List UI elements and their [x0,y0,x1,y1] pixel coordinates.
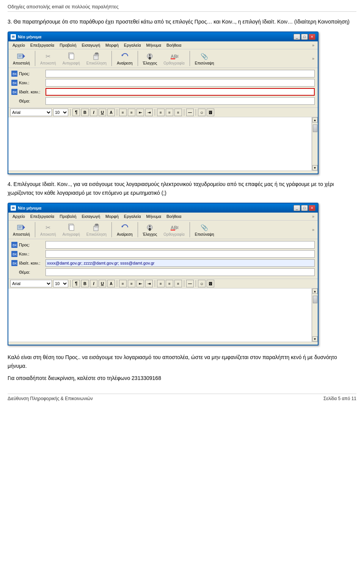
scroll-thumb-2[interactable] [313,296,317,303]
restore-button-1[interactable]: □ [301,34,308,40]
toolbar-undo-2[interactable]: Αναίρεση [114,222,135,238]
menu-tools-1[interactable]: Εργαλεία [122,42,143,48]
toolbar-attach-2[interactable]: 📎 Επισύναψη [192,222,217,238]
format-italic-2[interactable]: I [90,280,97,287]
toolbar-undo-1[interactable]: Αναίρεση [114,50,135,66]
format-ul-1[interactable]: ≡ [119,109,127,116]
bcc-field-icon-1[interactable]: BK [11,89,17,95]
format-bold-1[interactable]: B [81,109,89,116]
format-indent-out-2[interactable]: ⇤ [136,280,144,287]
format-align-left-2[interactable]: ≡ [157,280,165,287]
subject-input-1[interactable] [46,97,315,105]
toolbar-copy-1[interactable]: Αντιγραφή [60,50,83,66]
menu-format-1[interactable]: Μορφή [103,42,121,48]
menu-view-1[interactable]: Προβολή [57,42,78,48]
minimize-button-2[interactable]: _ [293,205,300,211]
toolbar-paste-2[interactable]: Επικόλληση [84,222,109,238]
cc-field-icon-1[interactable]: BK [11,80,17,86]
font-select-2[interactable]: Arial [10,280,52,287]
format-ul-2[interactable]: ≡ [119,280,127,287]
format-paragraph-2[interactable]: ¶ [72,280,80,287]
toolbar-send-1[interactable]: Αποστολή [10,50,33,66]
format-bold-2[interactable]: B [81,280,89,287]
menu-message-1[interactable]: Μήνυμα [144,42,164,48]
menu-tools-2[interactable]: Εργαλεία [122,213,143,219]
menu-more-1[interactable]: » [311,42,316,48]
menu-help-2[interactable]: Βοήθεια [164,213,184,219]
scrollbar-2[interactable]: ▲ ▼ [312,288,318,342]
size-select-1[interactable]: 10 [53,109,68,116]
toolbar-cut-1[interactable]: ✂ Αποκοπή [38,50,59,66]
toolbar-copy-2[interactable]: Αντιγραφή [60,222,83,238]
to-input-2[interactable] [46,241,315,249]
toolbar-cut-2[interactable]: ✂ Αποκοπή [38,222,59,238]
format-align-center-1[interactable]: ≡ [166,109,173,116]
toolbar-check-2[interactable]: Έλεγχος [140,222,160,238]
format-indent-out-1[interactable]: ⇤ [136,109,144,116]
format-image-1[interactable]: 🖼 [207,109,214,116]
format-italic-1[interactable]: I [90,109,97,116]
scroll-up-1[interactable]: ▲ [312,117,318,123]
to-field-icon-2[interactable]: BK [11,242,17,248]
format-indent-in-2[interactable]: ⇥ [145,280,153,287]
format-ol-1[interactable]: ≡ [128,109,135,116]
toolbar-paste-1[interactable]: Επικόλληση [84,50,109,66]
format-image-2[interactable]: 🖼 [207,280,214,287]
compose-body-1[interactable] [8,117,312,170]
format-emoji-2[interactable]: ☺ [198,280,206,287]
menu-format-2[interactable]: Μορφή [103,213,121,219]
format-ol-2[interactable]: ≡ [128,280,135,287]
menu-more-2[interactable]: » [311,213,316,219]
toolbar-more-1[interactable]: » [311,55,316,61]
toolbar-send-2[interactable]: Αποστολή [10,222,33,238]
scrollbar-1[interactable]: ▲ ▼ [312,117,318,170]
format-align-right-2[interactable]: ≡ [174,280,182,287]
format-underline-2[interactable]: U [99,280,106,287]
menu-file-2[interactable]: Αρχείο [10,213,27,219]
menu-file-1[interactable]: Αρχείο [10,42,27,48]
bcc-field-icon-2[interactable]: BK [11,260,17,266]
close-button-1[interactable]: ✕ [309,34,315,40]
cc-input-2[interactable] [46,250,315,258]
scroll-down-2[interactable]: ▼ [312,336,318,342]
format-color-1[interactable]: A [107,109,115,116]
format-color-2[interactable]: A [107,280,115,287]
to-input-1[interactable] [46,70,315,77]
scroll-thumb-1[interactable] [313,125,317,132]
bcc-input-2[interactable] [46,259,315,267]
format-indent-in-1[interactable]: ⇥ [145,109,153,116]
bcc-input-1[interactable] [46,88,315,96]
subject-input-2[interactable] [46,268,315,276]
compose-body-2[interactable] [8,288,312,342]
toolbar-spell-2[interactable]: ABC Ορθογραφία [161,222,187,238]
to-field-icon-1[interactable]: BK [11,71,17,77]
toolbar-check-1[interactable]: Έλεγχος [140,50,160,66]
minimize-button-1[interactable]: _ [293,34,300,40]
size-select-2[interactable]: 10 [53,280,68,287]
format-line-1[interactable]: — [186,109,194,116]
close-button-2[interactable]: ✕ [309,205,315,211]
scroll-up-2[interactable]: ▲ [312,288,318,294]
format-align-right-1[interactable]: ≡ [174,109,182,116]
toolbar-more-2[interactable]: » [311,227,316,233]
cc-field-icon-2[interactable]: BK [11,251,17,257]
menu-help-1[interactable]: Βοήθεια [164,42,184,48]
format-emoji-1[interactable]: ☺ [198,109,206,116]
menu-edit-1[interactable]: Επεξεργασία [28,42,56,48]
format-line-2[interactable]: — [186,280,194,287]
toolbar-attach-1[interactable]: 📎 Επισύναψη [192,50,217,66]
menu-message-2[interactable]: Μήνυμα [144,213,164,219]
menu-edit-2[interactable]: Επεξεργασία [28,213,56,219]
format-paragraph-1[interactable]: ¶ [72,109,80,116]
toolbar-spell-1[interactable]: ABC Ορθογραφία [161,50,187,66]
format-align-center-2[interactable]: ≡ [166,280,173,287]
restore-button-2[interactable]: □ [301,205,308,211]
cc-input-1[interactable] [46,79,315,87]
menu-insert-2[interactable]: Εισαγωγή [79,213,102,219]
font-select-1[interactable]: Arial [10,109,52,116]
format-align-left-1[interactable]: ≡ [157,109,165,116]
format-underline-1[interactable]: U [99,109,106,116]
menu-insert-1[interactable]: Εισαγωγή [79,42,102,48]
scroll-down-1[interactable]: ▼ [312,165,318,170]
menu-view-2[interactable]: Προβολή [57,213,78,219]
